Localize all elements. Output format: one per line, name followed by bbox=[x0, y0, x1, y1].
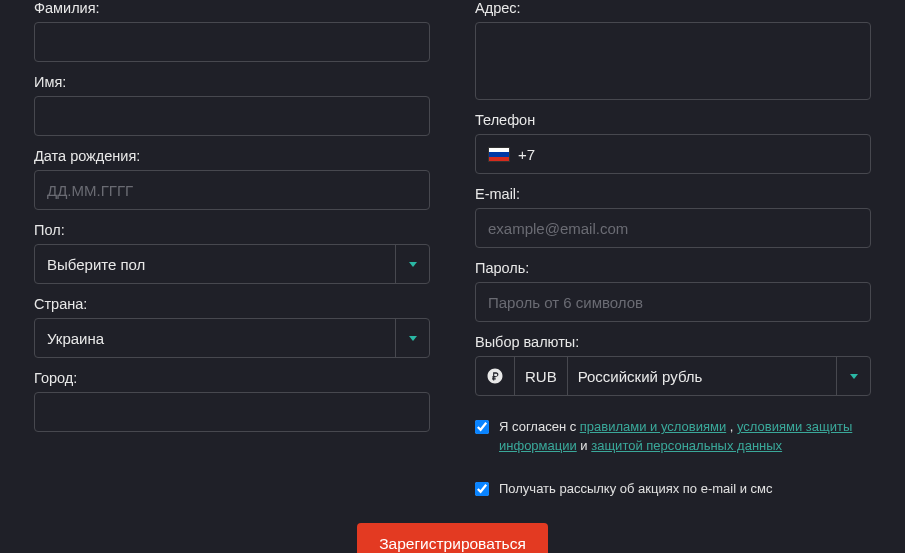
phone-input-wrap[interactable]: +7 bbox=[475, 134, 871, 174]
address-label: Адрес: bbox=[475, 0, 871, 16]
lastname-input[interactable] bbox=[34, 22, 430, 62]
newsletter-row: Получать рассылку об акциях по e-mail и … bbox=[475, 480, 871, 499]
currency-name: Российский рубль bbox=[567, 357, 703, 395]
phone-input[interactable] bbox=[543, 146, 858, 163]
address-field: Адрес: bbox=[475, 0, 871, 100]
phone-field: Телефон +7 bbox=[475, 112, 871, 174]
gender-select[interactable]: Выберите пол bbox=[34, 244, 430, 284]
newsletter-checkbox[interactable] bbox=[475, 482, 489, 496]
lastname-label: Фамилия: bbox=[34, 0, 430, 16]
gender-caret[interactable] bbox=[395, 245, 429, 283]
chevron-down-icon bbox=[409, 336, 417, 341]
left-column: Фамилия: Имя: Дата рождения: Пол: Выбери… bbox=[34, 0, 430, 499]
currency-label: Выбор валюты: bbox=[475, 334, 871, 350]
chevron-down-icon bbox=[409, 262, 417, 267]
submit-row: Зарегистрироваться bbox=[0, 523, 905, 553]
gender-label: Пол: bbox=[34, 222, 430, 238]
dob-field: Дата рождения: bbox=[34, 148, 430, 210]
dob-input[interactable] bbox=[34, 170, 430, 210]
email-label: E-mail: bbox=[475, 186, 871, 202]
consent-comma: , bbox=[726, 419, 737, 434]
consent-text: Я согласен с правилами и условиями , усл… bbox=[499, 418, 871, 456]
city-input[interactable] bbox=[34, 392, 430, 432]
country-field: Страна: Украина bbox=[34, 296, 430, 358]
password-input[interactable] bbox=[475, 282, 871, 322]
email-input[interactable] bbox=[475, 208, 871, 248]
firstname-label: Имя: bbox=[34, 74, 430, 90]
flag-russia-icon bbox=[488, 147, 510, 162]
city-field: Город: bbox=[34, 370, 430, 432]
password-label: Пароль: bbox=[475, 260, 871, 276]
dob-label: Дата рождения: bbox=[34, 148, 430, 164]
password-field: Пароль: bbox=[475, 260, 871, 322]
consent-and: и bbox=[577, 438, 592, 453]
country-value: Украина bbox=[35, 319, 395, 357]
registration-form: Фамилия: Имя: Дата рождения: Пол: Выбери… bbox=[0, 0, 905, 499]
currency-caret[interactable] bbox=[836, 357, 870, 395]
city-label: Город: bbox=[34, 370, 430, 386]
phone-label: Телефон bbox=[475, 112, 871, 128]
consent-checkbox[interactable] bbox=[475, 420, 489, 434]
ruble-icon bbox=[486, 367, 504, 385]
currency-field: Выбор валюты: RUB Российский рубль bbox=[475, 334, 871, 396]
gender-value: Выберите пол bbox=[35, 245, 395, 283]
country-label: Страна: bbox=[34, 296, 430, 312]
currency-select[interactable]: RUB Российский рубль bbox=[475, 356, 871, 396]
gender-field: Пол: Выберите пол bbox=[34, 222, 430, 284]
address-input[interactable] bbox=[475, 22, 871, 100]
country-caret[interactable] bbox=[395, 319, 429, 357]
lastname-field: Фамилия: bbox=[34, 0, 430, 62]
rules-link[interactable]: правилами и условиями bbox=[580, 419, 726, 434]
country-select[interactable]: Украина bbox=[34, 318, 430, 358]
currency-main: RUB Российский рубль bbox=[476, 357, 836, 395]
firstname-field: Имя: bbox=[34, 74, 430, 136]
email-field: E-mail: bbox=[475, 186, 871, 248]
consent-row: Я согласен с правилами и условиями , усл… bbox=[475, 418, 871, 456]
currency-code: RUB bbox=[514, 357, 557, 395]
firstname-input[interactable] bbox=[34, 96, 430, 136]
newsletter-text: Получать рассылку об акциях по e-mail и … bbox=[499, 480, 773, 499]
phone-code: +7 bbox=[518, 146, 535, 163]
right-column: Адрес: Телефон +7 E-mail: Пароль: Выбор … bbox=[475, 0, 871, 499]
consent-prefix: Я согласен с bbox=[499, 419, 580, 434]
data-link[interactable]: защитой персональных данных bbox=[591, 438, 782, 453]
register-button[interactable]: Зарегистрироваться bbox=[357, 523, 548, 553]
chevron-down-icon bbox=[850, 374, 858, 379]
